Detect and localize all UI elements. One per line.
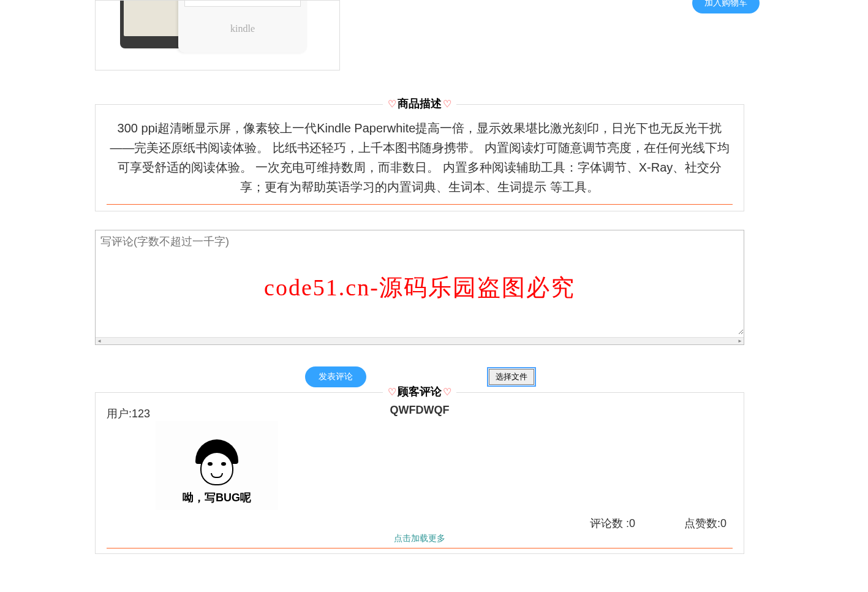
scroll-left-icon[interactable]: ◄ [96,338,103,345]
product-image-panel: 一特，她穿的鞋子总是随着心情的变化而不同。 kindle [95,0,340,70]
divider [107,204,733,205]
heart-icon: ♡ [443,98,451,110]
submit-comment-button[interactable]: 发表评论 [305,366,366,387]
likes-value: 0 [720,517,726,529]
page-container: 加入购物车 一特，她穿的鞋子总是随着心情的变化而不同。 kindle ♡ 商品描… [95,0,744,554]
section-legend: ♡ 商品描述 ♡ [383,96,456,111]
add-to-cart-button[interactable]: 加入购物车 [692,0,760,13]
kindle-white-device: 一特，她穿的鞋子总是随着心情的变化而不同。 kindle [178,0,307,53]
heart-icon: ♡ [388,386,396,398]
kindle-logo-text: kindle [178,23,307,34]
review-user-label: 用户:123 [107,405,150,421]
horizontal-scrollbar[interactable]: ◄ ► [96,337,744,344]
product-description-section: ♡ 商品描述 ♡ 300 ppi超清晰显示屏，像素较上一代Kindle Pape… [95,104,744,211]
comments-label: 评论数 : [590,517,629,529]
section-legend: ♡ 顾客评论 ♡ [383,384,456,399]
customer-reviews-section: ♡ 顾客评论 ♡ QWFDWQF 用户:123 呦，写BUG呢 评 [95,392,744,554]
user-prefix: 用户: [107,408,132,420]
heart-icon: ♡ [443,386,451,398]
comments-value: 0 [629,517,635,529]
divider [107,548,733,548]
kindle-screen-text: 一特，她穿的鞋子总是随着心情的变化而不同。 [184,0,301,7]
comment-textarea-container: code51.cn-源码乐园盗图必究 ◄ ► [95,230,744,345]
review-meta-row: 评论数 :0 点赞数:0 [107,516,733,531]
review-title: QWFDWQF [390,404,450,417]
likes-label: 点赞数: [684,517,720,529]
comments-count: 评论数 :0 [590,516,635,531]
likes-count: 点赞数:0 [684,516,726,531]
scroll-right-icon[interactable]: ► [736,338,744,345]
comment-input[interactable] [96,230,744,335]
meme-caption: 呦，写BUG呢 [183,490,251,505]
meme-face-graphic [189,439,244,485]
product-description-text: 300 ppi超清晰显示屏，像素较上一代Kindle Paperwhite提高一… [107,118,733,197]
user-id: 123 [132,408,150,420]
legend-text: 商品描述 [398,96,442,111]
legend-text: 顾客评论 [398,384,442,399]
heart-icon: ♡ [388,98,396,110]
load-more-link[interactable]: 点击加载更多 [107,533,733,544]
review-attached-image: 呦，写BUG呢 [156,421,278,510]
choose-file-button[interactable]: 选择文件 [489,369,534,385]
